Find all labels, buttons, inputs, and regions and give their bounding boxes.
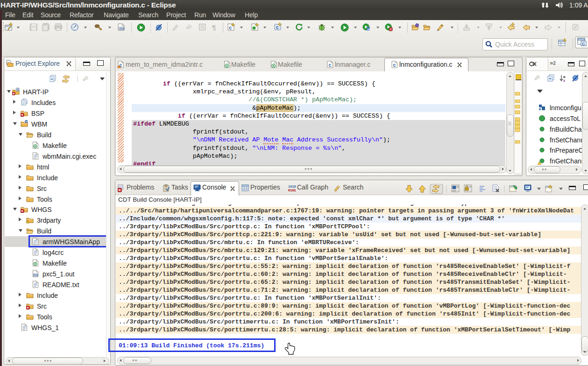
svg-text:0101: 0101 [288,189,296,192]
svg-text:¶: ¶ [212,23,216,31]
svg-text:c: c [276,25,279,30]
svg-text:C: C [582,42,585,46]
svg-text:z: z [563,78,565,83]
svg-text:c: c [229,25,232,31]
svg-text:010: 010 [120,27,124,30]
svg-text:1010: 1010 [288,185,296,189]
